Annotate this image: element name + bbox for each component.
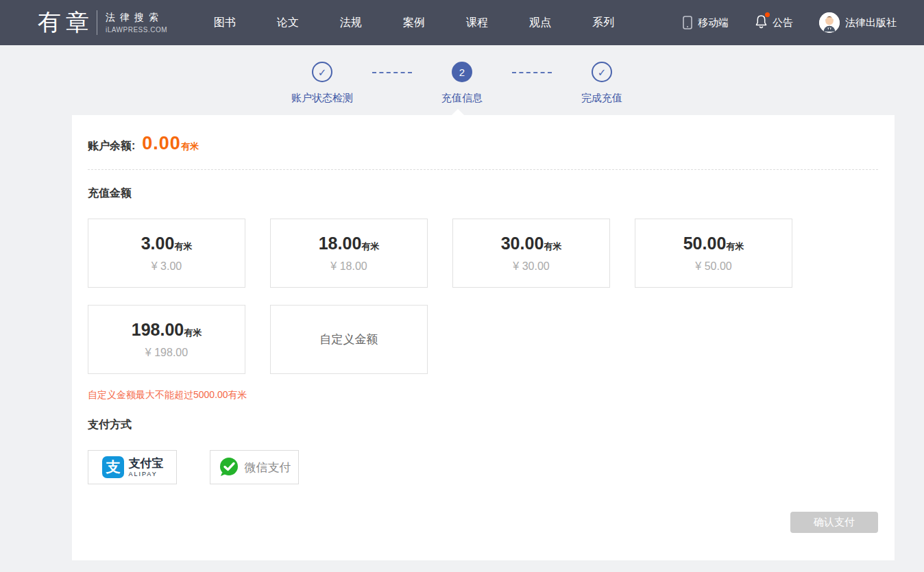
recharge-panel: 账户余额: 0.00 有米 充值金额 3.00 有米 ¥ 3.00 18.00 … [72,115,895,560]
amount-option-198[interactable]: 198.00 有米 ¥ 198.00 [88,305,245,374]
step-2-number-badge: 2 [452,62,472,82]
wechat-pay-label: 微信支付 [245,460,291,475]
nav-item-opinions[interactable]: 观点 [529,12,551,34]
nav-item-series[interactable]: 系列 [592,12,614,34]
confirm-payment-button[interactable]: 确认支付 [790,512,878,533]
amount-option-50[interactable]: 50.00 有米 ¥ 50.00 [635,219,792,288]
user-account[interactable]: 法律出版社 [819,12,897,33]
nav-item-statutes[interactable]: 法规 [340,12,362,34]
top-navigation-bar: 有章 法律搜索 iLAWPRESS.COM 图书 论文 法规 案例 课程 观点 … [0,0,924,45]
recharge-amount-title: 充值金额 [88,186,878,201]
step-recharge-info: 2 充值信息 [424,62,500,105]
header-utilities: 移动端 公告 [682,12,897,33]
nav-item-papers[interactable]: 论文 [277,12,299,34]
nav-item-cases[interactable]: 案例 [403,12,425,34]
notice-label: 公告 [773,16,793,29]
logo-subtext: 法律搜索 iLAWPRESS.COM [106,12,167,34]
mobile-label: 移动端 [698,16,729,29]
step-account-check: ✓ 账户状态检测 [284,62,360,105]
divider [88,169,878,170]
logo-divider [97,10,97,35]
step-1-label: 账户状态检测 [291,92,353,105]
nav-item-courses[interactable]: 课程 [466,12,488,34]
account-balance: 账户余额: 0.00 有米 [88,132,878,154]
panel-caret [452,109,464,115]
logo-domain: iLAWPRESS.COM [106,26,167,34]
logo-tagline: 法律搜索 [106,12,167,24]
site-logo[interactable]: 有章 法律搜索 iLAWPRESS.COM [38,10,167,35]
balance-value: 0.00 [142,133,181,154]
recharge-stepper: ✓ 账户状态检测 2 充值信息 ✓ 完成充值 [0,45,924,105]
step-connector [372,72,412,73]
notification-dot [765,12,770,17]
step-1-check-icon: ✓ [312,62,332,82]
wechat-pay-button[interactable]: 微信支付 [210,450,299,484]
mobile-phone-icon [682,16,693,29]
bell-icon [755,14,773,31]
step-3-check-icon: ✓ [592,62,612,82]
wechat-pay-icon [218,456,240,478]
notice-link[interactable]: 公告 [755,14,793,31]
confirm-row: 确认支付 [88,512,878,533]
nav-item-books[interactable]: 图书 [214,12,236,34]
step-complete: ✓ 完成充值 [564,62,640,105]
amount-option-30[interactable]: 30.00 有米 ¥ 30.00 [452,219,610,288]
custom-amount-option[interactable]: 自定义金额 [270,305,428,374]
balance-unit: 有米 [181,140,199,153]
mobile-app-link[interactable]: 移动端 [682,16,729,29]
svg-text:支: 支 [105,459,120,475]
alipay-icon: 支 [101,456,125,479]
user-avatar [819,12,840,33]
logo-wordmark: 有章 [38,11,94,34]
payment-methods: 支 支付宝 ALIPAY 微信支付 [88,450,878,484]
amount-option-18[interactable]: 18.00 有米 ¥ 18.00 [270,219,428,288]
step-2-label: 充值信息 [441,92,483,105]
step-connector [512,72,552,73]
alipay-label: 支付宝 [129,458,164,469]
user-name: 法律出版社 [845,16,897,29]
main-navigation: 图书 论文 法规 案例 课程 观点 系列 [214,12,655,34]
amount-options-grid: 3.00 有米 ¥ 3.00 18.00 有米 ¥ 18.00 30.00 有米… [88,219,887,391]
payment-method-title: 支付方式 [88,418,878,432]
alipay-sublabel: ALIPAY [129,471,158,477]
balance-label: 账户余额: [88,139,135,153]
custom-amount-warning: 自定义金额最大不能超过5000.00有米 [88,389,878,401]
step-3-label: 完成充值 [581,92,622,105]
alipay-button[interactable]: 支 支付宝 ALIPAY [88,450,177,484]
amount-option-3[interactable]: 3.00 有米 ¥ 3.00 [88,219,245,288]
